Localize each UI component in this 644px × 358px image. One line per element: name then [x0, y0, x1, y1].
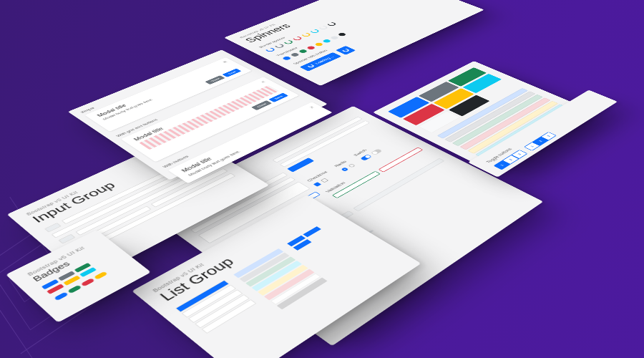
list-item[interactable] — [303, 226, 321, 237]
loading-button[interactable]: Loading... — [299, 52, 341, 72]
spinner-icon — [283, 39, 294, 44]
spinner-icon — [301, 32, 312, 37]
radio[interactable] — [341, 167, 348, 171]
spinner-icon — [273, 43, 285, 48]
checkbox[interactable] — [313, 182, 321, 186]
spinner-icon — [326, 21, 338, 26]
radio[interactable] — [347, 163, 355, 168]
switch[interactable] — [360, 155, 372, 161]
spinner-icon — [318, 25, 329, 30]
spinner-icon — [306, 46, 316, 50]
loading-button-label: Loading... — [313, 55, 334, 64]
spinner-icon — [298, 49, 308, 53]
checkbox[interactable] — [321, 178, 328, 183]
spinner-icon — [314, 42, 324, 47]
spinner-icon — [306, 64, 315, 68]
pill-badge — [54, 292, 68, 301]
spinner-icon — [290, 52, 300, 57]
spinner-icon — [309, 29, 321, 34]
spinner-icon — [337, 32, 347, 37]
pill-badge — [67, 285, 82, 294]
spinner-icon — [330, 36, 340, 40]
loading-icon-button[interactable] — [336, 46, 356, 55]
pill-badge — [94, 271, 108, 280]
spinner-icon — [291, 36, 303, 41]
pill-badge — [81, 278, 95, 286]
spinner-icon — [341, 48, 351, 52]
spinner-icon — [264, 47, 276, 52]
spinner-icon — [282, 56, 292, 61]
switch[interactable] — [371, 149, 383, 155]
spinner-icon — [322, 39, 332, 43]
